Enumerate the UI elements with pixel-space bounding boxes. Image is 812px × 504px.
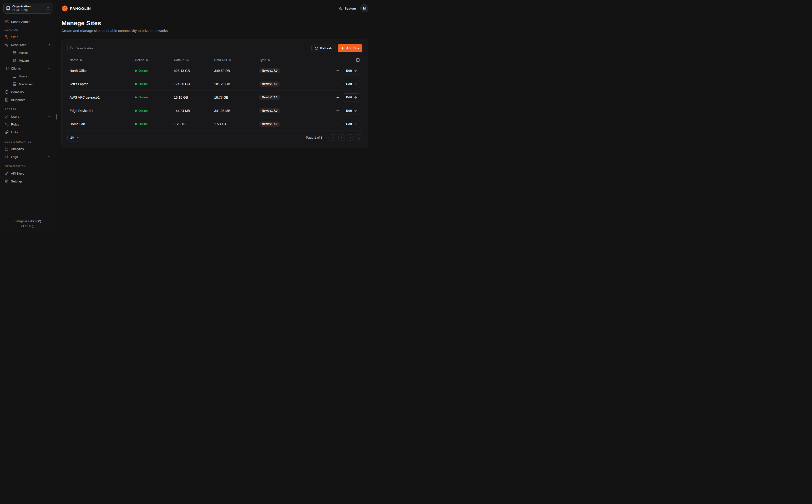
- site-data-out: 1.53 TB: [214, 122, 259, 126]
- ellipsis-icon: [335, 109, 339, 113]
- sidebar-item-label: Machines: [19, 82, 33, 86]
- version-label: v1.13.0: [21, 225, 30, 228]
- ellipsis-icon: [335, 122, 339, 126]
- site-name: Edge Device 01: [70, 109, 135, 113]
- add-site-button[interactable]: Add Site: [338, 44, 362, 52]
- chevron-down-icon: [76, 136, 79, 139]
- edit-button[interactable]: Edit: [343, 120, 360, 128]
- edition-link[interactable]: Enterprise Edition: [0, 220, 56, 223]
- chevrons-right-icon: [358, 136, 361, 139]
- ellipsis-icon: [335, 96, 339, 99]
- row-menu-button[interactable]: [335, 122, 340, 126]
- sort-icon: [268, 58, 271, 61]
- site-name: Home Lab: [70, 122, 135, 126]
- edit-button[interactable]: Edit: [343, 67, 360, 75]
- sidebar-item-blueprints[interactable]: Blueprints: [3, 96, 52, 104]
- table-toolbar: Refresh Add Site: [67, 44, 362, 52]
- type-badge: Newt v1.7.0: [259, 121, 280, 127]
- sidebar-item-public[interactable]: Public: [11, 49, 52, 56]
- next-page-button[interactable]: [347, 134, 354, 141]
- edit-button[interactable]: Edit: [343, 93, 360, 101]
- edition-label: Enterprise Edition: [15, 220, 37, 223]
- theme-toggle-label: System: [345, 7, 356, 10]
- page-size-value: 20: [70, 136, 74, 139]
- sidebar-item-domains[interactable]: Domains: [3, 88, 52, 96]
- column-visibility-button[interactable]: [355, 58, 360, 62]
- section-label-general: GENERAL: [5, 28, 52, 31]
- search-icon: [70, 46, 74, 50]
- site-data-out: 341.93 MB: [214, 109, 259, 113]
- table-row: North Office Online 423.13 GB 349.62 DB …: [67, 64, 362, 77]
- org-switcher[interactable]: Organization ACME Corp.: [3, 3, 52, 14]
- server-icon: [13, 82, 16, 86]
- section-label-organization: ORGANIZATION: [5, 165, 52, 168]
- column-header-data-out[interactable]: Data Out: [214, 58, 259, 62]
- column-header-online[interactable]: Online: [135, 58, 174, 62]
- type-badge: Newt v1.7.0: [259, 108, 280, 113]
- ellipsis-icon: [335, 82, 339, 86]
- page-subtitle: Create and manage sites to enable connec…: [61, 28, 368, 33]
- sidebar-item-label: Analytics: [11, 147, 24, 151]
- sidebar-item-machines[interactable]: Machines: [11, 80, 52, 88]
- page-size-select[interactable]: 20: [67, 134, 82, 141]
- moon-icon: [339, 7, 343, 10]
- site-data-in: 174.30 GB: [174, 82, 214, 86]
- refresh-button[interactable]: Refresh: [311, 44, 335, 52]
- search-input[interactable]: [67, 44, 151, 52]
- columns-icon: [356, 58, 360, 62]
- row-menu-button[interactable]: [335, 82, 340, 86]
- last-page-button[interactable]: [356, 134, 362, 141]
- sidebar-item-logs[interactable]: Logs: [3, 153, 52, 161]
- key-icon: [5, 171, 9, 175]
- theme-toggle-button[interactable]: System: [339, 7, 356, 10]
- edit-button[interactable]: Edit: [343, 80, 360, 88]
- toolbar-actions: Refresh Add Site: [311, 44, 362, 52]
- online-dot: [135, 110, 137, 112]
- column-header-data-in[interactable]: Data In: [174, 58, 214, 62]
- logs-list-icon: [5, 155, 9, 159]
- sidebar-item-settings[interactable]: Settings: [3, 177, 52, 185]
- arrow-right-icon: [354, 82, 357, 86]
- sidebar-item-api-keys[interactable]: API Keys: [3, 170, 52, 177]
- sidebar-item-links[interactable]: Links: [3, 128, 52, 136]
- first-page-button[interactable]: [330, 134, 336, 141]
- row-menu-button[interactable]: [335, 108, 340, 113]
- sort-icon: [186, 58, 189, 61]
- sidebar-item-label: Blueprints: [11, 98, 25, 102]
- sidebar-item-client-users[interactable]: Users: [11, 72, 52, 80]
- sidebar-item-analytics[interactable]: Analytics: [3, 145, 52, 153]
- row-menu-button[interactable]: [335, 68, 340, 73]
- refresh-label: Refresh: [320, 46, 332, 50]
- main-area: PANGOLIN System M Manage Sites Create an…: [56, 0, 374, 232]
- prev-page-button[interactable]: [338, 134, 345, 141]
- brand[interactable]: PANGOLIN: [61, 5, 91, 12]
- avatar[interactable]: M: [360, 4, 368, 12]
- site-data-out: 18.77 GB: [214, 96, 259, 99]
- edit-button[interactable]: Edit: [343, 107, 360, 115]
- column-header-name[interactable]: Name: [70, 58, 135, 62]
- column-header-type[interactable]: Type: [259, 58, 329, 62]
- table-row: Home Lab Online 1.20 TB 1.53 TB Newt v1.…: [67, 117, 362, 131]
- sidebar-item-roles[interactable]: Roles: [3, 121, 52, 128]
- table-row: Jeff's Laptop Online 174.30 GB 181.26 GB…: [67, 77, 362, 91]
- row-menu-button[interactable]: [335, 95, 340, 100]
- sidebar-item-users[interactable]: Users: [3, 113, 52, 120]
- sidebar-item-clients[interactable]: Clients: [3, 65, 52, 72]
- sidebar-item-resources[interactable]: Resources: [3, 41, 52, 49]
- search-wrap: [67, 44, 151, 52]
- site-data-in: 144.24 MB: [174, 109, 214, 113]
- sidebar-item-server-admin[interactable]: Server Admin: [3, 18, 52, 25]
- monitor-icon: [5, 66, 9, 70]
- sort-icon: [80, 58, 83, 61]
- sidebar-item-private[interactable]: Private: [11, 57, 52, 64]
- sidebar-item-label: Logs: [11, 155, 18, 159]
- sidebar-item-sites[interactable]: Sites: [3, 33, 52, 41]
- sites-icon: [5, 35, 9, 39]
- sidebar-item-label: Users: [11, 115, 19, 118]
- online-dot: [135, 70, 137, 72]
- version-link[interactable]: v1.13.0: [0, 225, 56, 228]
- site-status: Online: [135, 109, 174, 112]
- pagination-buttons: [330, 134, 362, 141]
- chevron-left-icon: [340, 136, 343, 139]
- sort-icon: [228, 58, 232, 61]
